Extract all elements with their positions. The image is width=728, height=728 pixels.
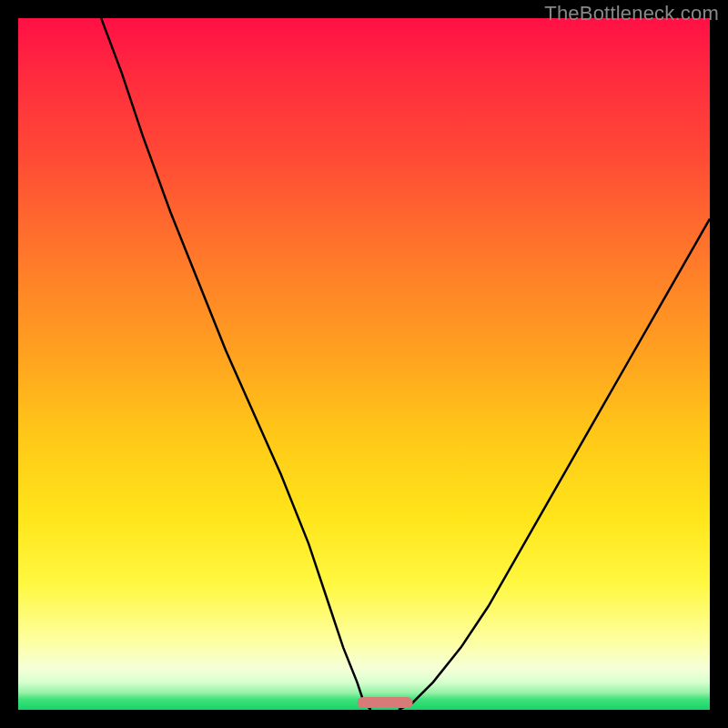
curve-right-path xyxy=(399,218,710,710)
bottleneck-curve xyxy=(18,18,710,710)
min-marker xyxy=(357,697,412,708)
curve-left-path xyxy=(101,18,370,710)
watermark-text: TheBottleneck.com xyxy=(544,2,719,25)
chart-frame: TheBottleneck.com xyxy=(0,0,728,728)
plot-area xyxy=(18,18,710,710)
